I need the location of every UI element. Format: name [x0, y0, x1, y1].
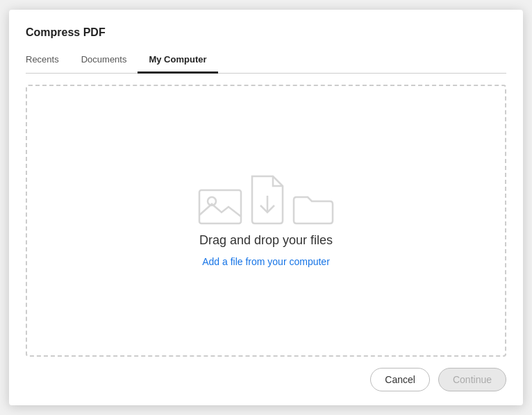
drop-icon-group	[198, 175, 334, 225]
cancel-button[interactable]: Cancel	[370, 368, 430, 391]
dialog-footer: Cancel Continue	[26, 368, 506, 391]
tab-my-computer[interactable]: My Computer	[138, 49, 217, 74]
document-icon	[248, 175, 287, 225]
drop-zone[interactable]: Drag and drop your files Add a file from…	[26, 85, 506, 357]
folder-icon	[292, 192, 334, 225]
svg-rect-0	[199, 190, 241, 223]
continue-button[interactable]: Continue	[438, 368, 506, 391]
compress-pdf-dialog: Compress PDF Recents Documents My Comput…	[9, 10, 523, 405]
drop-text: Drag and drop your files	[199, 233, 333, 248]
tab-bar: Recents Documents My Computer	[26, 49, 506, 74]
image-icon	[198, 189, 242, 225]
add-file-link[interactable]: Add a file from your computer	[202, 256, 330, 267]
dialog-title: Compress PDF	[26, 26, 506, 39]
tab-recents[interactable]: Recents	[26, 49, 70, 74]
tab-documents[interactable]: Documents	[70, 49, 138, 74]
